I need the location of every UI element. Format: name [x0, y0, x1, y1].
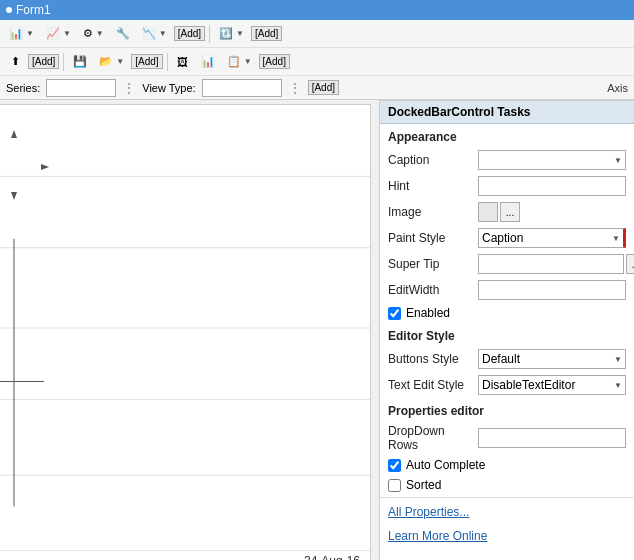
auto-complete-label: Auto Complete — [406, 458, 485, 472]
caption-row: Caption View Type: ▼ — [380, 147, 634, 173]
drag-handle[interactable]: ⋮ — [122, 80, 136, 96]
buttons-style-arrow: ▼ — [614, 355, 622, 364]
edit-width-row: EditWidth -1 — [380, 277, 634, 303]
buttons-style-select[interactable]: Default ▼ — [478, 349, 626, 369]
auto-complete-checkbox[interactable] — [388, 459, 401, 472]
indicator-btn[interactable]: 📉▼ — [137, 23, 172, 45]
sep2 — [63, 53, 64, 71]
text-edit-style-control: DisableTextEditor ▼ — [478, 375, 626, 395]
image-label: Image — [388, 205, 478, 219]
add-tag4: [Add] — [131, 54, 162, 69]
sorted-row: Sorted — [380, 475, 634, 495]
sorted-label: Sorted — [406, 478, 441, 492]
chart-xaxis: 24-Aug-16 — [0, 551, 370, 560]
svg-marker-15 — [11, 192, 17, 200]
enabled-label: Enabled — [406, 306, 450, 320]
add-tag6: [Add] — [308, 80, 339, 95]
chart-area[interactable]: 801 798 795 792 789 786 — [0, 104, 371, 560]
text-edit-style-row: Text Edit Style DisableTextEditor ▼ — [380, 372, 634, 398]
super-tip-dots-btn[interactable]: ... — [626, 254, 634, 274]
image-dots-btn[interactable]: ... — [500, 202, 520, 222]
sorted-checkbox[interactable] — [388, 479, 401, 492]
panel: DockedBarControl Tasks Appearance Captio… — [379, 100, 634, 560]
section-properties-editor: Properties editor — [380, 398, 634, 421]
buttons-style-value: Default — [482, 352, 520, 366]
all-properties-row: All Properties... — [380, 500, 634, 524]
section-appearance: Appearance — [380, 124, 634, 147]
caption-select[interactable]: View Type: ▼ — [478, 150, 626, 170]
dropdown-rows-row: DropDown Rows 7 — [380, 421, 634, 455]
text-edit-style-label: Text Edit Style — [388, 378, 478, 392]
edit-width-label: EditWidth — [388, 283, 478, 297]
series-bar: Series: ⋮ View Type: ⋮ [Add] Axis — [0, 76, 634, 100]
caption-control: View Type: ▼ — [478, 150, 626, 170]
add-tag2: [Add] — [251, 26, 282, 41]
buttons-style-row: Buttons Style Default ▼ — [380, 346, 634, 372]
caption-label: Caption — [388, 153, 478, 167]
text-edit-style-arrow: ▼ — [614, 381, 622, 390]
view-type-input[interactable] — [202, 79, 282, 97]
form-titlebar: Form1 — [0, 0, 634, 20]
learn-more-row: Learn More Online — [380, 524, 634, 548]
image-row: Image ... — [380, 199, 634, 225]
caption-arrow: ▼ — [614, 156, 622, 165]
paint-style-arrow: ▼ — [612, 234, 620, 243]
tools-btn[interactable]: 🔧 — [111, 23, 135, 45]
all-properties-link[interactable]: All Properties... — [388, 505, 469, 519]
sep3 — [167, 53, 168, 71]
add-tag3: [Add] — [28, 54, 59, 69]
super-tip-row: Super Tip View Type:/Change the ... — [380, 251, 634, 277]
super-tip-input[interactable]: View Type:/Change the — [478, 254, 624, 274]
edit-width-input[interactable]: -1 — [478, 280, 626, 300]
sep1 — [209, 25, 210, 43]
view-type-label: View Type: — [142, 82, 195, 94]
hint-input[interactable] — [478, 176, 626, 196]
svg-marker-17 — [41, 164, 49, 170]
x-label: 24-Aug-16 — [304, 554, 360, 560]
paint-style-label: Paint Style — [388, 231, 478, 245]
dropdown-rows-input[interactable]: 7 — [478, 428, 626, 448]
add-tag5: [Add] — [259, 54, 290, 69]
hint-label: Hint — [388, 179, 478, 193]
image-control: ... — [478, 202, 626, 222]
form-title: Form1 — [16, 3, 51, 17]
settings-btn[interactable]: ⚙▼ — [78, 23, 109, 45]
super-tip-label: Super Tip — [388, 257, 478, 271]
image-btn[interactable]: 🖼 — [172, 51, 194, 73]
paint-style-select[interactable]: Caption ▼ — [478, 228, 626, 248]
up-btn[interactable]: ⬆ — [4, 51, 26, 73]
learn-more-link[interactable]: Learn More Online — [388, 529, 487, 543]
image-box — [478, 202, 498, 222]
chart-btn[interactable]: 📊▼ — [4, 23, 39, 45]
main-area: 801 798 795 792 789 786 — [0, 100, 634, 560]
paint-style-value: Caption — [482, 231, 523, 245]
line-btn[interactable]: 📈▼ — [41, 23, 76, 45]
form-title-dot — [6, 7, 12, 13]
hint-control — [478, 176, 626, 196]
dropdown-rows-label: DropDown Rows — [388, 424, 478, 452]
series-input[interactable] — [46, 79, 116, 97]
open-btn[interactable]: 📂▼ — [94, 51, 129, 73]
series-label: Series: — [6, 82, 40, 94]
dropdown-rows-control: 7 — [478, 428, 626, 448]
panel-divider — [380, 497, 634, 498]
toolbar-row2: ⬆ [Add] 💾 📂▼ [Add] 🖼 📊 📋▼ [Add] — [0, 48, 634, 76]
drag-handle2[interactable]: ⋮ — [288, 80, 302, 96]
save-btn[interactable]: 💾 — [68, 51, 92, 73]
paint-style-control: Caption ▼ — [478, 228, 626, 248]
axis-label: Axis — [607, 82, 628, 94]
enabled-row: Enabled — [380, 303, 634, 323]
clip-btn[interactable]: 📋▼ — [222, 51, 257, 73]
text-edit-style-select[interactable]: DisableTextEditor ▼ — [478, 375, 626, 395]
buttons-style-label: Buttons Style — [388, 352, 478, 366]
text-edit-style-value: DisableTextEditor — [482, 378, 575, 392]
hint-row: Hint — [380, 173, 634, 199]
refresh-btn[interactable]: 🔃▼ — [214, 23, 249, 45]
chart2-btn[interactable]: 📊 — [196, 51, 220, 73]
paint-style-row: Paint Style Caption ▼ — [380, 225, 634, 251]
buttons-style-control: Default ▼ — [478, 349, 626, 369]
enabled-checkbox[interactable] — [388, 307, 401, 320]
super-tip-control: View Type:/Change the ... — [478, 254, 634, 274]
add-tag1: [Add] — [174, 26, 205, 41]
auto-complete-row: Auto Complete — [380, 455, 634, 475]
